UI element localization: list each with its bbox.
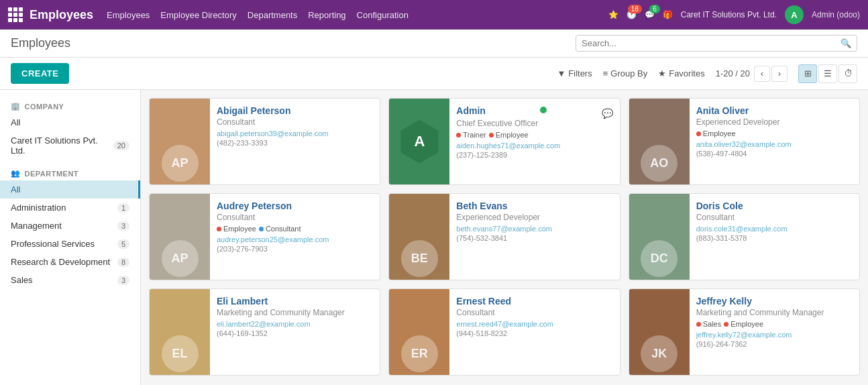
employee-title: Consultant (217, 213, 373, 222)
employee-email[interactable]: jeffrey.kelly72@example.com (696, 331, 853, 339)
employee-photo: AP (150, 194, 210, 280)
employee-name[interactable]: Doris Cole (696, 201, 743, 211)
dept-mgmt-count: 3 (117, 221, 129, 231)
chat-icon-btn[interactable]: 💬 6 (645, 10, 655, 19)
employee-card[interactable]: DC Doris Cole Consultant doris.cole31@ex… (629, 193, 860, 280)
employee-info: Audrey Peterson Consultant EmployeeConsu… (210, 194, 380, 280)
nav-reporting[interactable]: Reporting (308, 10, 345, 20)
sidebar-company-caret[interactable]: Caret IT Solutions Pvt. Ltd. 20 (0, 131, 140, 160)
sidebar-dept-management[interactable]: Management 3 (0, 217, 140, 235)
gift-icon-btn[interactable]: 🎁 (663, 10, 673, 19)
page-navigation: ‹ › (754, 66, 788, 82)
employee-card-header: Admin 💬 (456, 105, 612, 119)
action-bar: CREATE ▼ Filters ≡ Group By ★ Favorites … (0, 58, 868, 90)
employee-title: Consultant (217, 117, 373, 127)
app-logo[interactable]: Employees (8, 7, 93, 22)
employee-name[interactable]: Eli Lambert (217, 296, 268, 307)
employee-card[interactable]: EL Eli Lambert Marketing and Community M… (149, 288, 380, 376)
groupby-icon: ≡ (603, 68, 608, 78)
employee-card[interactable]: A Admin 💬 Chief Executive Officer Traine… (388, 98, 620, 185)
top-navigation: Employees Employees Employee Directory D… (0, 0, 868, 30)
employee-card[interactable]: BE Beth Evans Experienced Developer beth… (388, 193, 620, 280)
employee-photo: A (389, 99, 449, 184)
list-view-button[interactable]: ☰ (818, 64, 837, 83)
nav-departments[interactable]: Departments (248, 10, 297, 20)
employee-name[interactable]: Admin (456, 105, 486, 117)
sidebar-dept-administration[interactable]: Administration 1 (0, 199, 140, 217)
messages-badge: 6 (649, 5, 660, 13)
employee-email[interactable]: audrey.peterson25@example.com (217, 235, 373, 243)
employee-phone: (883)-331-5378 (696, 234, 853, 242)
sidebar-dept-sales[interactable]: Sales 3 (0, 271, 140, 289)
kanban-view-button[interactable]: ⊞ (798, 64, 817, 83)
employee-name[interactable]: Abigail Peterson (217, 105, 290, 116)
tag-dot (217, 227, 221, 231)
activity-view-button[interactable]: ⏱ (838, 64, 857, 83)
create-button[interactable]: CREATE (11, 63, 69, 84)
page-prev-button[interactable]: ‹ (754, 66, 770, 82)
employee-card[interactable]: JK Jeffrey Kelly Marketing and Community… (629, 288, 860, 376)
employee-card[interactable]: AP Audrey Peterson Consultant EmployeeCo… (149, 193, 380, 280)
employee-email[interactable]: anita.oliver32@example.com (696, 140, 853, 148)
dept-rd-count: 8 (117, 258, 129, 267)
filters-button[interactable]: ▼ Filters (557, 68, 592, 78)
top-nav-right: ⭐ 🕐 18 💬 6 🎁 Caret IT Solutions Pvt. Ltd… (608, 5, 860, 24)
filter-icon: ▼ (557, 68, 565, 78)
favorites-button[interactable]: ★ Favorites (658, 68, 704, 78)
employee-tags: EmployeeConsultant (217, 225, 373, 233)
groupby-button[interactable]: ≡ Group By (603, 68, 648, 78)
tag-dot (489, 133, 494, 138)
employee-photo: ER (389, 289, 449, 375)
employee-tags: SalesEmployee (696, 320, 853, 328)
employee-card[interactable]: AP Abigail Peterson Consultant abigail.p… (149, 98, 380, 185)
employee-card[interactable]: AO Anita Oliver Experienced Developer Em… (629, 98, 860, 185)
page-next-button[interactable]: › (771, 66, 788, 82)
employee-email[interactable]: abigail.peterson39@example.com (217, 129, 373, 138)
employee-card[interactable]: ER Ernest Reed Consultant ernest.reed47@… (388, 288, 620, 376)
employee-card-header: Doris Cole (696, 201, 853, 213)
main-nav: Employees Employee Directory Departments… (107, 10, 595, 20)
sidebar-dept-all[interactable]: All (0, 180, 140, 199)
employee-name[interactable]: Ernest Reed (456, 296, 511, 307)
sidebar-dept-professional-services[interactable]: Professional Services 5 (0, 235, 140, 253)
employee-card-header: Ernest Reed (456, 296, 612, 308)
department-icon: 👥 (11, 169, 21, 178)
sidebar-company-all[interactable]: All (0, 113, 140, 131)
employee-info: Jeffrey Kelly Marketing and Community Ma… (690, 289, 859, 375)
search-input[interactable] (582, 38, 840, 48)
search-icon[interactable]: 🔍 (840, 38, 851, 48)
tag: Employee (489, 131, 529, 139)
online-indicator (540, 107, 547, 113)
apps-icon[interactable] (8, 7, 23, 22)
tag-dot (696, 131, 701, 136)
employee-photo: BE (389, 194, 449, 280)
nav-employees[interactable]: Employees (107, 10, 150, 20)
company-count: 20 (113, 141, 129, 150)
clock-icon-btn[interactable]: 🕐 18 (627, 10, 637, 19)
employee-photo: DC (629, 194, 690, 280)
employee-email[interactable]: aiden.hughes71@example.com (456, 142, 612, 150)
tag-dot (696, 322, 701, 327)
employee-phone: (944)-518-8232 (456, 329, 612, 337)
employee-name[interactable]: Jeffrey Kelly (696, 296, 752, 307)
employee-phone: (644)-169-1352 (217, 329, 373, 337)
star-icon-btn[interactable]: ⭐ (608, 10, 618, 19)
search-bar[interactable]: 🔍 (576, 35, 857, 52)
tag-dot (259, 227, 264, 231)
company-section-title: 🏢 COMPANY (0, 98, 140, 113)
user-avatar[interactable]: A (785, 5, 804, 24)
employee-name[interactable]: Anita Oliver (696, 105, 749, 116)
employee-email[interactable]: ernest.reed47@example.com (456, 320, 612, 328)
dept-sales-count: 3 (117, 276, 129, 285)
sidebar-dept-research-development[interactable]: Research & Development 8 (0, 253, 140, 271)
employee-email[interactable]: eli.lambert22@example.com (217, 320, 373, 328)
employee-name[interactable]: Audrey Peterson (217, 201, 292, 211)
nav-employee-directory[interactable]: Employee Directory (160, 10, 236, 20)
nav-configuration[interactable]: Configuration (357, 10, 409, 20)
employee-card-header: Audrey Peterson (217, 201, 373, 213)
employee-name[interactable]: Beth Evans (456, 201, 507, 211)
employee-email[interactable]: doris.cole31@example.com (696, 225, 853, 233)
employee-phone: (237)-125-2389 (456, 151, 612, 159)
chat-bubble-icon[interactable]: 💬 (602, 108, 613, 119)
employee-email[interactable]: beth.evans77@example.com (456, 225, 612, 233)
